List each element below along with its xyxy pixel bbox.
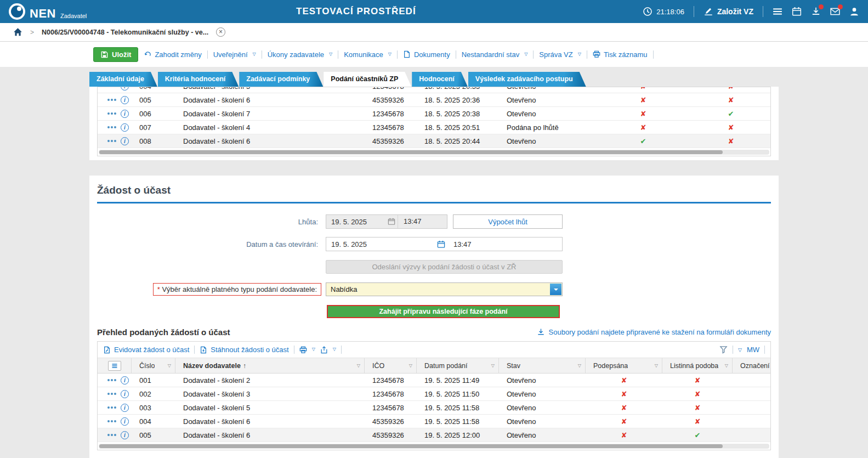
scrollbar-thumb[interactable] [99,150,723,154]
tab-hodnoceni[interactable]: Hodnocení [412,72,468,87]
communication-menu[interactable]: Komunikace [344,50,392,59]
messages-indicator[interactable] [830,7,840,16]
row-menu-icon[interactable] [107,112,116,115]
publication-menu[interactable]: Uveřejnění [213,50,256,59]
row-menu-icon[interactable] [107,434,116,436]
downloads-indicator[interactable] [811,7,821,16]
header-status[interactable]: Stav▽ [499,358,586,373]
info-icon[interactable] [121,404,129,412]
create-vz-button[interactable]: Založit VZ [704,7,753,16]
header-paper[interactable]: Listinná podoba▽ [662,358,733,373]
documents-link[interactable]: Dokumenty [403,50,450,59]
table-row[interactable]: 004 Dodavatel - školení 6 45359326 19. 5… [98,415,770,428]
opening-date-value[interactable]: 19. 5. 2025 [326,240,435,248]
header-number[interactable]: Číslo▽ [132,358,175,373]
user-icon[interactable] [849,7,859,16]
nen-logo-icon[interactable] [9,3,25,20]
info-icon[interactable] [121,96,129,104]
table-row[interactable]: 008 Dodavatel - školení 6 45359326 18. 5… [98,134,770,148]
header-mark[interactable]: Označení [733,358,771,373]
info-icon[interactable] [121,137,129,145]
tab-zadavaci-podminky[interactable]: Zadávací podmínky [239,72,323,87]
nonstandard-state-menu[interactable]: Nestandardní stav [462,50,528,59]
row-menu-icon[interactable] [107,379,116,381]
vz-admin-menu[interactable]: Správa VZ [539,50,581,59]
compute-deadlines-button[interactable]: Výpočet lhůt [453,214,563,229]
header-ico[interactable]: IČO▽ [365,358,417,373]
menu-icon[interactable] [773,7,782,16]
tab-zakladni-udaje[interactable]: Základní údaje [89,72,157,87]
saved-view-label[interactable]: MW [747,346,759,354]
export-menu[interactable] [320,346,336,354]
print-table-menu[interactable] [299,346,315,354]
table-row[interactable]: 003 Dodavatel - školení 5 12345678 19. 5… [98,401,770,415]
deadline-date-value[interactable]: 19. 5. 2025 [326,218,385,226]
participations-panel: 004 Dodavatel - školení 5 12345678 18. 5… [89,87,779,160]
info-icon[interactable] [121,390,129,398]
horizontal-scrollbar[interactable] [99,150,769,155]
tab-podani-ucastniku[interactable]: Podání účastníků ZP [324,72,411,87]
info-icon[interactable] [121,376,129,385]
cell-supplier: Dodavatel - školení 2 [175,374,365,387]
table-row[interactable]: 007 Dodavatel - školení 4 12345678 18. 5… [98,121,770,134]
deadline-datetime-field[interactable]: 19. 5. 2025 13:47 [326,214,447,229]
submission-type-select[interactable]: Nabídka [326,282,563,296]
horizontal-scrollbar[interactable] [99,444,769,449]
row-menu-icon[interactable] [107,406,116,409]
table-row[interactable]: 001 Dodavatel - školení 2 12345678 19. 5… [98,374,770,387]
discard-changes-link[interactable]: Zahodit změny [144,50,201,59]
cell-ico: 12345678 [365,107,417,120]
info-icon[interactable] [121,87,129,91]
header-date[interactable]: Datum podání▽ [417,358,499,373]
header-supplier[interactable]: Název dodavatele↑▽ [175,358,365,373]
register-request-link[interactable]: Evidovat žádost o účast [103,346,189,354]
filter-caret-icon[interactable]: ▽ [655,363,658,368]
home-icon[interactable] [13,27,22,37]
tab-kriteria-hodnoceni[interactable]: Kritéria hodnocení [158,72,239,87]
filter-caret-icon[interactable]: ▽ [578,363,581,368]
filter-caret-icon[interactable]: ▽ [725,363,728,368]
table-row[interactable]: 004 Dodavatel - školení 5 12345678 18. 5… [98,87,770,93]
filter-caret-icon[interactable]: ▽ [168,363,171,368]
tab-vysledek[interactable]: Výsledek zadávacího postupu [468,72,586,87]
column-settings-button[interactable] [108,361,121,371]
table-row[interactable]: 005 Dodavatel - školení 6 45359326 18. 5… [98,93,770,107]
close-icon[interactable] [216,27,225,37]
row-menu-icon[interactable] [107,99,116,101]
row-menu-icon[interactable] [107,126,116,128]
info-icon[interactable] [121,431,129,439]
view-caret-icon[interactable]: ▽ [738,347,742,353]
info-icon[interactable] [121,417,129,426]
calendar-picker-icon[interactable] [385,216,398,228]
filter-caret-icon[interactable]: ▽ [409,363,412,368]
save-button[interactable]: Uložit [93,47,138,62]
row-menu-icon[interactable] [107,393,116,395]
row-menu-icon[interactable] [107,420,116,422]
table-row[interactable]: 002 Dodavatel - školení 3 12345678 19. 5… [98,387,770,401]
print-record-link[interactable]: Tisk záznamu [593,50,648,59]
opening-time-value[interactable]: 13:47 [447,240,472,248]
opening-datetime-field[interactable]: 19. 5. 2025 13:47 [326,237,563,251]
filter-caret-icon[interactable]: ▽ [357,363,360,368]
filter-caret-icon[interactable]: ▽ [491,363,495,368]
calendar-picker-icon[interactable] [435,238,447,250]
submission-files-link[interactable]: Soubory podání najdete připravené ke sta… [537,328,771,336]
table-row[interactable]: 005 Dodavatel - školení 6 45359326 19. 5… [98,428,770,442]
header-signed[interactable]: Podepsána▽ [586,358,662,373]
calendar-icon[interactable] [792,7,802,16]
filter-icon[interactable] [719,346,728,354]
info-icon[interactable] [121,123,129,132]
breadcrumb-item[interactable]: N006/25/V00004748 - Telekomunikační služ… [42,29,208,36]
edit-icon [704,7,713,16]
download-requests-link[interactable]: Stáhnout žádosti o účast [200,346,288,354]
participations-rows: 005 Dodavatel - školení 6 45359326 18. 5… [98,93,770,148]
info-icon[interactable] [121,110,129,118]
row-menu-icon[interactable] [107,140,116,142]
send-invite-button[interactable]: Odeslání výzvy k podání žádosti o účast … [326,260,563,274]
deadline-time-value[interactable]: 13:47 [398,215,447,228]
contracting-actions-menu[interactable]: Úkony zadavatele [268,50,333,59]
table-row[interactable]: 006 Dodavatel - školení 7 12345678 18. 5… [98,107,770,121]
start-next-phase-button[interactable]: Zahájit přípravu následující fáze podání [327,305,560,318]
scrollbar-thumb[interactable] [99,444,723,448]
chevron-down-icon[interactable] [550,284,561,295]
